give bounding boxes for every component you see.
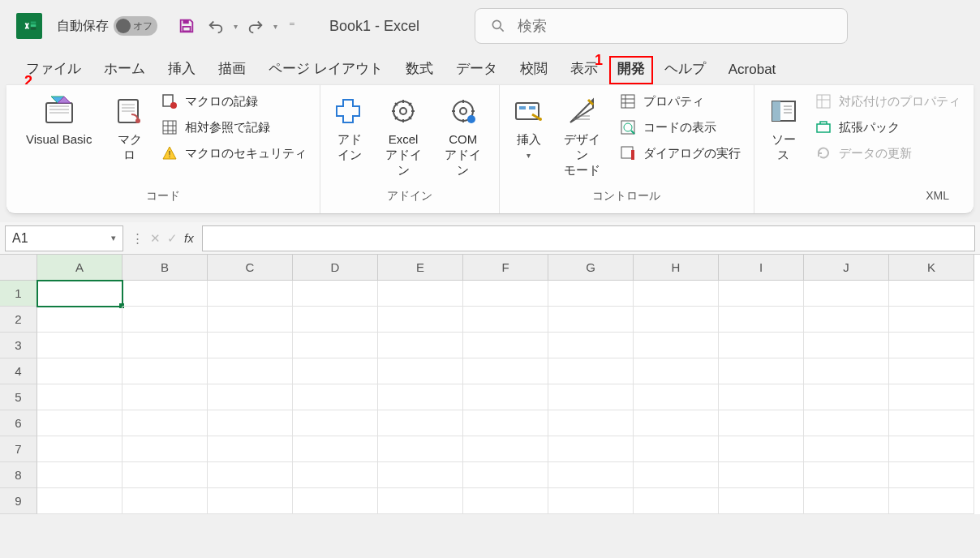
cell[interactable] (719, 384, 804, 410)
cell[interactable] (122, 333, 208, 358)
row-header[interactable]: 7 (0, 436, 37, 462)
cell[interactable] (208, 384, 293, 410)
column-header[interactable]: K (889, 255, 974, 281)
cell[interactable] (804, 307, 889, 333)
save-button[interactable] (175, 15, 198, 37)
cell[interactable] (37, 307, 122, 333)
cell[interactable] (208, 333, 293, 358)
row-header[interactable]: 4 (0, 358, 37, 384)
cell[interactable] (719, 488, 804, 514)
cell[interactable] (719, 307, 804, 333)
cell[interactable] (634, 462, 719, 488)
cell[interactable] (208, 488, 293, 514)
chevron-down-icon[interactable]: ▾ (111, 233, 116, 243)
column-header[interactable]: A (37, 255, 122, 281)
run-dialog-button[interactable]: ダイアログの実行 (614, 142, 746, 165)
addins-button[interactable]: アド イン (329, 90, 371, 166)
cell[interactable] (293, 333, 378, 358)
cell[interactable] (208, 358, 293, 384)
column-header[interactable]: H (634, 255, 719, 281)
expansion-packs-button[interactable]: 拡張パック (810, 116, 965, 139)
cell[interactable] (378, 410, 463, 436)
cell[interactable] (293, 281, 378, 307)
cell[interactable] (293, 436, 378, 462)
cell[interactable] (463, 410, 548, 436)
cell[interactable] (889, 462, 974, 488)
cell[interactable] (122, 488, 208, 514)
column-header[interactable]: D (293, 255, 378, 281)
macro-security-button[interactable]: ! マクロのセキュリティ (156, 142, 312, 165)
cell[interactable] (37, 488, 122, 514)
cell[interactable] (634, 488, 719, 514)
cell[interactable] (37, 410, 122, 436)
cell[interactable] (634, 358, 719, 384)
cell[interactable] (37, 281, 122, 307)
cell[interactable] (548, 462, 634, 488)
cell[interactable] (634, 333, 719, 358)
tab-view[interactable]: 表示 (559, 56, 609, 84)
redo-dropdown-icon[interactable]: ▾ (273, 22, 277, 31)
ellipsis-icon[interactable]: ⋮ (131, 231, 144, 246)
cell[interactable] (293, 462, 378, 488)
cell[interactable] (293, 410, 378, 436)
cell[interactable] (634, 384, 719, 410)
cell[interactable] (378, 436, 463, 462)
cell[interactable] (378, 384, 463, 410)
cell[interactable] (889, 384, 974, 410)
cell[interactable] (378, 358, 463, 384)
cell[interactable] (889, 436, 974, 462)
cancel-icon[interactable]: ✕ (150, 231, 161, 246)
cell[interactable] (548, 410, 634, 436)
cell[interactable] (889, 333, 974, 358)
fx-icon[interactable]: fx (184, 231, 194, 245)
column-header[interactable]: E (378, 255, 463, 281)
tab-developer[interactable]: 開発 (609, 56, 653, 84)
view-code-button[interactable]: コードの表示 (614, 116, 746, 139)
cell[interactable] (293, 307, 378, 333)
cell[interactable] (463, 281, 548, 307)
cell[interactable] (804, 358, 889, 384)
cell[interactable] (463, 307, 548, 333)
column-header[interactable]: B (122, 255, 208, 281)
column-header[interactable]: I (719, 255, 804, 281)
cell[interactable] (293, 358, 378, 384)
column-header[interactable]: G (548, 255, 634, 281)
tab-home[interactable]: ホーム (92, 56, 157, 84)
cell[interactable] (122, 358, 208, 384)
cell[interactable] (378, 333, 463, 358)
cell[interactable] (889, 410, 974, 436)
cell[interactable] (463, 333, 548, 358)
cell[interactable] (208, 307, 293, 333)
cell[interactable] (122, 436, 208, 462)
row-header[interactable]: 9 (0, 488, 37, 514)
cell[interactable] (804, 281, 889, 307)
cell[interactable] (122, 384, 208, 410)
design-mode-button[interactable]: デザイン モード (555, 90, 609, 181)
cell[interactable] (548, 307, 634, 333)
tab-help[interactable]: ヘルプ (653, 56, 717, 84)
cell[interactable] (548, 436, 634, 462)
cell[interactable] (548, 333, 634, 358)
undo-dropdown-icon[interactable]: ▾ (234, 22, 238, 31)
cell[interactable] (719, 462, 804, 488)
formula-input[interactable] (202, 225, 975, 251)
cell[interactable] (208, 410, 293, 436)
select-all-corner[interactable] (0, 255, 37, 281)
tab-draw[interactable]: 描画 (207, 56, 257, 84)
cell[interactable] (804, 488, 889, 514)
tab-data[interactable]: データ (445, 56, 509, 84)
redo-button[interactable] (244, 15, 267, 37)
cell[interactable] (463, 436, 548, 462)
row-header[interactable]: 8 (0, 462, 37, 488)
cell[interactable] (634, 436, 719, 462)
record-macro-button[interactable]: マクロの記録 (156, 90, 312, 113)
macros-button[interactable]: マクロ (108, 90, 151, 166)
cell[interactable] (37, 358, 122, 384)
spreadsheet-grid[interactable]: ABCDEFGHIJK123456789 (0, 255, 980, 514)
cell[interactable] (122, 410, 208, 436)
row-header[interactable]: 6 (0, 410, 37, 436)
name-box[interactable]: A1 ▾ (5, 225, 123, 251)
cell[interactable] (378, 462, 463, 488)
cell[interactable] (804, 462, 889, 488)
cell[interactable] (548, 281, 634, 307)
